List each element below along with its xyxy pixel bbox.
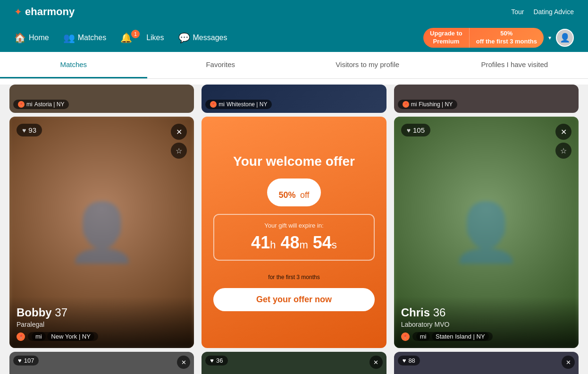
header-top-links: Tour Dating Advice [511, 8, 574, 16]
home-icon: 🏠 [14, 32, 26, 43]
offer-countdown: 41h 48m 54s [226, 233, 361, 253]
nav-messages[interactable]: 💬 Messages [178, 32, 227, 43]
location-city-2: Whitestone | NY [227, 101, 267, 108]
profile-job-bobby: Paralegal [17, 321, 187, 328]
heart-count-chris: 105 [413, 126, 425, 134]
matches-icon: 👥 [63, 32, 75, 43]
offer-percent: 50% off [278, 183, 309, 201]
nav-likes[interactable]: 🔔 1 Likes [120, 32, 164, 43]
bottom-heart-3: ♥ 88 [398, 356, 420, 366]
loc-dot-chris: 📍 [401, 332, 410, 341]
logo-icon: ✦ [14, 6, 22, 17]
offer-suffix: off [300, 190, 310, 200]
tab-matches[interactable]: Matches [0, 52, 147, 78]
likes-icon: 🔔 [120, 32, 132, 43]
tab-indicator [69, 79, 78, 84]
location-badge-chris: mi Staten Island | NY [412, 332, 493, 341]
nav-home[interactable]: 🏠 Home [14, 32, 49, 43]
offer-timer-box: Your gift will expire in: 41h 48m 54s [213, 214, 374, 261]
location-mi-2: mi [218, 101, 225, 108]
bottom-heart-count-3: 88 [408, 357, 415, 364]
tabs-bar: Matches Favorites Visitors to my profile… [0, 52, 588, 79]
nav-right: Upgrade to Premium 50% off the first 3 m… [423, 28, 574, 48]
loc-dot-1: 📍 [18, 101, 25, 108]
profile-card-chris[interactable]: 👤 ♥ 105 ✕ ☆ Chris 36 Laboratory MVO 📍 mi… [394, 117, 579, 348]
bottom-heart-icon-1: ♥ [18, 357, 22, 364]
upgrade-left-text: Upgrade to Premium [423, 28, 470, 48]
bottom-partial-row: ♥ 107 ✕ ♥ 36 ✕ ♥ 88 ✕ [9, 352, 579, 374]
bottom-card-2[interactable]: ♥ 36 ✕ [202, 352, 386, 374]
bottom-heart-icon-3: ♥ [403, 357, 406, 364]
header-top: ✦ eharmony Tour Dating Advice [0, 0, 588, 24]
profile-name-bobby: Bobby 37 [17, 306, 187, 319]
profile-location-chris: 📍 mi Staten Island | NY [401, 332, 571, 341]
profile-location-bobby: 📍 mi New York | NY [17, 332, 187, 341]
offer-percent-box: 50% off [267, 178, 320, 206]
bottom-heart-count-2: 36 [216, 357, 223, 364]
profile-overlay-chris: Chris 36 Laboratory MVO 📍 mi Staten Isla… [394, 297, 579, 348]
upgrade-right-text: 50% off the first 3 months [470, 28, 544, 48]
location-badge-bobby: mi New York | NY [28, 332, 98, 341]
main-cards-row: 👤 ♥ 93 ✕ ☆ Bobby 37 Paralegal 📍 mi New Y… [9, 117, 579, 348]
star-button-chris[interactable]: ☆ [555, 143, 571, 159]
profile-job-chris: Laboratory MVO [401, 321, 571, 328]
heart-count-bobby: 93 [28, 126, 36, 134]
location-city-1: Astoria | NY [34, 101, 65, 108]
loc-dot-bobby: 📍 [17, 332, 25, 341]
profile-name-chris: Chris 36 [401, 306, 571, 319]
nav-likes-label: Likes [146, 34, 164, 42]
heart-badge-chris: ♥ 105 [401, 124, 430, 136]
bottom-close-2[interactable]: ✕ [370, 356, 383, 369]
offer-card: Your welcome offer 50% off Your gift wil… [202, 117, 386, 348]
bottom-heart-2: ♥ 36 [205, 356, 227, 366]
bottom-close-3[interactable]: ✕ [562, 356, 575, 369]
nav-home-label: Home [29, 34, 49, 42]
cards-area: 📍 mi Astoria | NY 📍 mi Whitestone | NY 📍… [0, 85, 588, 374]
nav-items: 🏠 Home 👥 Matches 🔔 1 Likes 💬 Messages [14, 32, 227, 43]
location-badge-1: 📍 mi Astoria | NY [13, 100, 69, 109]
get-offer-button[interactable]: Get your offer now [213, 288, 374, 311]
profile-overlay-bobby: Bobby 37 Paralegal 📍 mi New York | NY [9, 297, 194, 348]
bottom-close-1[interactable]: ✕ [177, 356, 190, 369]
top-partial-row: 📍 mi Astoria | NY 📍 mi Whitestone | NY 📍… [9, 85, 579, 113]
nav-matches-label: Matches [78, 34, 106, 42]
location-text-1: mi [26, 101, 33, 108]
upgrade-button[interactable]: Upgrade to Premium 50% off the first 3 m… [423, 28, 544, 48]
top-card-2[interactable]: 📍 mi Whitestone | NY [202, 85, 386, 113]
offer-months: for the first 3 months [268, 274, 319, 280]
tab-profiles-visited[interactable]: Profiles I have visited [441, 52, 588, 78]
tour-link[interactable]: Tour [511, 8, 524, 16]
bottom-card-3[interactable]: ♥ 88 ✕ [394, 352, 579, 374]
bottom-card-1[interactable]: ♥ 107 ✕ [9, 352, 194, 374]
top-card-3[interactable]: 📍 mi Flushing | NY [394, 85, 579, 113]
location-badge-3: 📍 mi Flushing | NY [398, 100, 457, 109]
bottom-heart-1: ♥ 107 [13, 356, 39, 366]
logo-area: ✦ eharmony [14, 6, 75, 18]
messages-icon: 💬 [178, 32, 190, 43]
logo-text: eharmony [25, 6, 75, 18]
avatar[interactable]: 👤 [556, 29, 574, 47]
offer-title: Your welcome offer [233, 154, 355, 169]
location-badge-2: 📍 mi Whitestone | NY [205, 100, 272, 109]
dating-advice-link[interactable]: Dating Advice [533, 8, 574, 16]
loc-dot-2: 📍 [210, 101, 217, 108]
profile-card-bobby[interactable]: 👤 ♥ 93 ✕ ☆ Bobby 37 Paralegal 📍 mi New Y… [9, 117, 194, 348]
heart-icon-bobby: ♥ [22, 127, 26, 134]
likes-badge: 1 [131, 30, 140, 38]
nav-messages-label: Messages [193, 34, 227, 42]
top-card-1[interactable]: 📍 mi Astoria | NY [9, 85, 194, 113]
nav-matches[interactable]: 👥 Matches [63, 32, 106, 43]
close-button-chris[interactable]: ✕ [555, 124, 571, 140]
dropdown-arrow[interactable]: ▾ [548, 34, 551, 41]
loc-dot-3: 📍 [403, 101, 409, 108]
tab-favorites[interactable]: Favorites [147, 52, 294, 78]
heart-badge-bobby: ♥ 93 [17, 124, 42, 136]
location-city-3: Flushing | NY [419, 101, 453, 108]
location-mi-3: mi [411, 101, 417, 108]
bottom-heart-count-1: 107 [24, 357, 34, 364]
bottom-heart-icon-2: ♥ [210, 357, 214, 364]
heart-icon-chris: ♥ [407, 127, 411, 134]
offer-expire-label: Your gift will expire in: [226, 222, 361, 229]
main-nav: 🏠 Home 👥 Matches 🔔 1 Likes 💬 Messages Up… [0, 24, 588, 52]
tab-visitors[interactable]: Visitors to my profile [294, 52, 441, 78]
